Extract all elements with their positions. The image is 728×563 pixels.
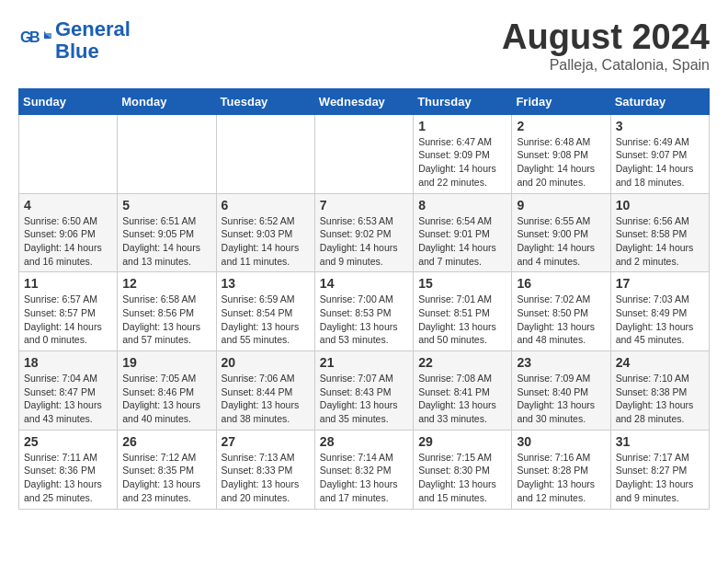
calendar-week-row: 11Sunrise: 6:57 AMSunset: 8:57 PMDayligh… xyxy=(19,272,710,351)
logo-line2: Blue xyxy=(55,40,99,63)
calendar-day-18: 18Sunrise: 7:04 AMSunset: 8:47 PMDayligh… xyxy=(19,351,118,431)
day-number: 7 xyxy=(320,198,408,213)
day-info: Sunrise: 7:00 AMSunset: 8:53 PMDaylight:… xyxy=(320,293,408,347)
calendar-day-empty xyxy=(19,114,118,193)
calendar-day-22: 22Sunrise: 7:08 AMSunset: 8:41 PMDayligh… xyxy=(414,351,512,431)
day-number: 28 xyxy=(320,434,408,449)
weekday-header-row: SundayMondayTuesdayWednesdayThursdayFrid… xyxy=(19,88,710,114)
calendar-week-row: 1Sunrise: 6:47 AMSunset: 9:09 PMDaylight… xyxy=(19,114,710,193)
day-info: Sunrise: 7:17 AMSunset: 8:27 PMDaylight:… xyxy=(616,451,704,505)
day-info: Sunrise: 6:50 AMSunset: 9:06 PMDaylight:… xyxy=(24,214,112,269)
day-number: 4 xyxy=(24,198,112,213)
title-block: August 2024 Palleja, Catalonia, Spain xyxy=(502,18,710,74)
day-info: Sunrise: 7:01 AMSunset: 8:51 PMDaylight:… xyxy=(418,293,506,347)
logo: G B General Blue xyxy=(18,18,131,63)
day-number: 10 xyxy=(616,198,704,213)
day-info: Sunrise: 6:58 AMSunset: 8:56 PMDaylight:… xyxy=(122,293,210,347)
day-number: 16 xyxy=(517,276,605,291)
day-number: 6 xyxy=(222,198,310,213)
day-info: Sunrise: 7:04 AMSunset: 8:47 PMDaylight:… xyxy=(24,372,112,426)
svg-text:B: B xyxy=(29,29,40,45)
calendar-day-14: 14Sunrise: 7:00 AMSunset: 8:53 PMDayligh… xyxy=(314,272,413,351)
day-number: 3 xyxy=(616,119,704,133)
day-info: Sunrise: 7:16 AMSunset: 8:28 PMDaylight:… xyxy=(517,451,605,505)
logo-icon: G B xyxy=(18,24,51,57)
day-info: Sunrise: 6:51 AMSunset: 9:05 PMDaylight:… xyxy=(122,214,210,269)
day-number: 5 xyxy=(122,198,210,213)
weekday-header-wednesday: Wednesday xyxy=(314,88,413,114)
calendar-day-4: 4Sunrise: 6:50 AMSunset: 9:06 PMDaylight… xyxy=(19,193,118,272)
calendar-day-27: 27Sunrise: 7:13 AMSunset: 8:33 PMDayligh… xyxy=(216,430,314,509)
page-header: G B General Blue August 2024 Palleja, Ca… xyxy=(18,18,710,74)
calendar-day-8: 8Sunrise: 6:54 AMSunset: 9:01 PMDaylight… xyxy=(414,193,512,272)
calendar-day-17: 17Sunrise: 7:03 AMSunset: 8:49 PMDayligh… xyxy=(610,272,709,351)
day-number: 9 xyxy=(517,198,605,213)
calendar-day-3: 3Sunrise: 6:49 AMSunset: 9:07 PMDaylight… xyxy=(610,114,709,193)
calendar-day-25: 25Sunrise: 7:11 AMSunset: 8:36 PMDayligh… xyxy=(19,430,118,509)
day-info: Sunrise: 7:02 AMSunset: 8:50 PMDaylight:… xyxy=(517,293,605,347)
day-number: 15 xyxy=(418,276,506,291)
day-number: 27 xyxy=(222,434,310,449)
day-info: Sunrise: 6:55 AMSunset: 9:00 PMDaylight:… xyxy=(517,214,605,269)
day-info: Sunrise: 6:49 AMSunset: 9:07 PMDaylight:… xyxy=(616,135,704,190)
calendar-day-31: 31Sunrise: 7:17 AMSunset: 8:27 PMDayligh… xyxy=(610,430,709,509)
day-info: Sunrise: 7:07 AMSunset: 8:43 PMDaylight:… xyxy=(320,372,408,426)
calendar-day-empty xyxy=(216,114,314,193)
day-info: Sunrise: 7:06 AMSunset: 8:44 PMDaylight:… xyxy=(222,372,310,426)
calendar-day-13: 13Sunrise: 6:59 AMSunset: 8:54 PMDayligh… xyxy=(216,272,314,351)
day-number: 31 xyxy=(616,434,704,449)
day-info: Sunrise: 7:12 AMSunset: 8:35 PMDaylight:… xyxy=(122,451,210,505)
calendar-day-11: 11Sunrise: 6:57 AMSunset: 8:57 PMDayligh… xyxy=(19,272,118,351)
weekday-header-sunday: Sunday xyxy=(19,88,118,114)
calendar-day-5: 5Sunrise: 6:51 AMSunset: 9:05 PMDaylight… xyxy=(118,193,216,272)
day-info: Sunrise: 7:09 AMSunset: 8:40 PMDaylight:… xyxy=(517,372,605,426)
logo-text: General Blue xyxy=(55,18,131,63)
calendar-week-row: 18Sunrise: 7:04 AMSunset: 8:47 PMDayligh… xyxy=(19,351,710,431)
day-info: Sunrise: 7:03 AMSunset: 8:49 PMDaylight:… xyxy=(616,293,704,347)
day-number: 22 xyxy=(418,355,506,370)
calendar-day-24: 24Sunrise: 7:10 AMSunset: 8:38 PMDayligh… xyxy=(610,351,709,431)
day-info: Sunrise: 6:47 AMSunset: 9:09 PMDaylight:… xyxy=(418,135,506,190)
day-number: 17 xyxy=(616,276,704,291)
calendar-week-row: 4Sunrise: 6:50 AMSunset: 9:06 PMDaylight… xyxy=(19,193,710,272)
day-number: 24 xyxy=(616,355,704,370)
day-info: Sunrise: 7:05 AMSunset: 8:46 PMDaylight:… xyxy=(122,372,210,426)
location: Palleja, Catalonia, Spain xyxy=(502,57,710,74)
calendar-week-row: 25Sunrise: 7:11 AMSunset: 8:36 PMDayligh… xyxy=(19,430,710,509)
day-number: 20 xyxy=(222,355,310,370)
day-info: Sunrise: 6:59 AMSunset: 8:54 PMDaylight:… xyxy=(222,293,310,347)
calendar-day-16: 16Sunrise: 7:02 AMSunset: 8:50 PMDayligh… xyxy=(512,272,610,351)
day-info: Sunrise: 7:11 AMSunset: 8:36 PMDaylight:… xyxy=(24,451,112,505)
calendar-day-26: 26Sunrise: 7:12 AMSunset: 8:35 PMDayligh… xyxy=(118,430,216,509)
day-info: Sunrise: 7:10 AMSunset: 8:38 PMDaylight:… xyxy=(616,372,704,426)
day-number: 30 xyxy=(517,434,605,449)
calendar-day-empty xyxy=(314,114,413,193)
day-number: 25 xyxy=(24,434,112,449)
day-info: Sunrise: 6:56 AMSunset: 8:58 PMDaylight:… xyxy=(616,214,704,269)
calendar-day-empty xyxy=(118,114,216,193)
day-number: 12 xyxy=(122,276,210,291)
calendar-day-21: 21Sunrise: 7:07 AMSunset: 8:43 PMDayligh… xyxy=(314,351,413,431)
day-number: 29 xyxy=(418,434,506,449)
month-title: August 2024 xyxy=(502,18,710,57)
weekday-header-tuesday: Tuesday xyxy=(216,88,314,114)
calendar-day-15: 15Sunrise: 7:01 AMSunset: 8:51 PMDayligh… xyxy=(414,272,512,351)
calendar-day-6: 6Sunrise: 6:52 AMSunset: 9:03 PMDaylight… xyxy=(216,193,314,272)
calendar-day-29: 29Sunrise: 7:15 AMSunset: 8:30 PMDayligh… xyxy=(414,430,512,509)
calendar-day-12: 12Sunrise: 6:58 AMSunset: 8:56 PMDayligh… xyxy=(118,272,216,351)
weekday-header-thursday: Thursday xyxy=(414,88,512,114)
day-number: 21 xyxy=(320,355,408,370)
day-number: 8 xyxy=(418,198,506,213)
weekday-header-friday: Friday xyxy=(512,88,610,114)
day-number: 14 xyxy=(320,276,408,291)
day-number: 13 xyxy=(222,276,310,291)
day-number: 18 xyxy=(24,355,112,370)
calendar-day-10: 10Sunrise: 6:56 AMSunset: 8:58 PMDayligh… xyxy=(610,193,709,272)
day-number: 19 xyxy=(122,355,210,370)
calendar-day-2: 2Sunrise: 6:48 AMSunset: 9:08 PMDaylight… xyxy=(512,114,610,193)
logo-line1: General xyxy=(55,17,131,40)
calendar-table: SundayMondayTuesdayWednesdayThursdayFrid… xyxy=(18,88,710,510)
calendar-day-19: 19Sunrise: 7:05 AMSunset: 8:46 PMDayligh… xyxy=(118,351,216,431)
calendar-day-30: 30Sunrise: 7:16 AMSunset: 8:28 PMDayligh… xyxy=(512,430,610,509)
calendar-day-23: 23Sunrise: 7:09 AMSunset: 8:40 PMDayligh… xyxy=(512,351,610,431)
